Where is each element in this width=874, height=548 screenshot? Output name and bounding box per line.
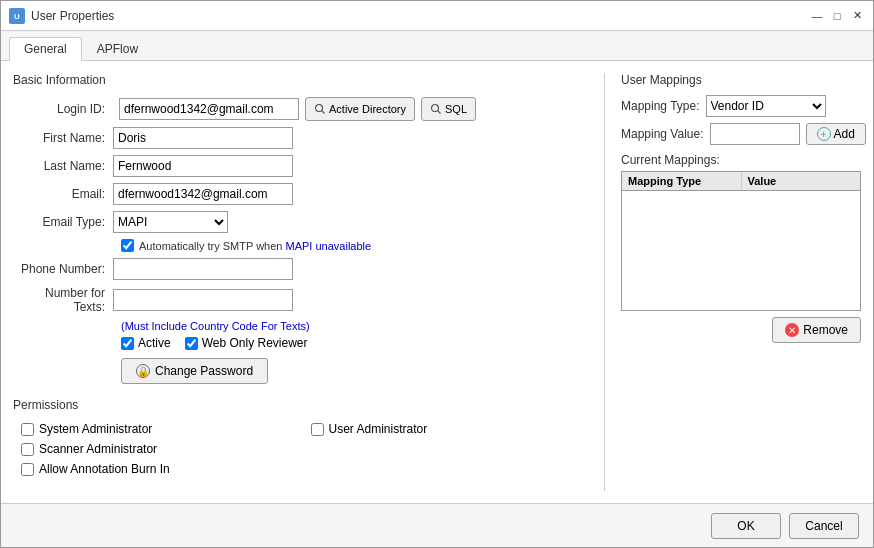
system-admin-checkbox[interactable] — [21, 423, 34, 436]
remove-mapping-button[interactable]: ✕ Remove — [772, 317, 861, 343]
scanner-admin-checkbox[interactable] — [21, 443, 34, 456]
maximize-button[interactable]: □ — [829, 8, 845, 24]
smtp-label: Automatically try SMTP when MAPI unavail… — [139, 240, 371, 252]
add-label: Add — [834, 127, 855, 141]
email-type-label: Email Type: — [13, 215, 113, 229]
active-directory-button[interactable]: Active Directory — [305, 97, 415, 121]
svg-line-3 — [322, 111, 325, 114]
phone-input[interactable] — [113, 258, 293, 280]
svg-point-2 — [316, 105, 323, 112]
mapping-value-col-header: Value — [742, 172, 861, 190]
mapping-type-select[interactable]: Vendor ID Employee ID Custom — [706, 95, 826, 117]
texts-label: Number for Texts: — [13, 286, 113, 314]
minimize-button[interactable]: ― — [809, 8, 825, 24]
web-only-checkbox[interactable] — [185, 337, 198, 350]
svg-point-4 — [432, 105, 439, 112]
mappings-table-header: Mapping Type Value — [622, 172, 860, 191]
perm-scanner-admin: Scanner Administrator — [21, 442, 299, 456]
last-name-row: Last Name: — [13, 155, 588, 177]
sql-button[interactable]: SQL — [421, 97, 476, 121]
texts-row: Number for Texts: — [13, 286, 588, 314]
tab-apflow[interactable]: APFlow — [82, 37, 153, 60]
last-name-label: Last Name: — [13, 159, 113, 173]
permissions-grid: System Administrator User Administrator … — [21, 422, 588, 476]
user-admin-checkbox[interactable] — [311, 423, 324, 436]
mapping-value-input[interactable] — [710, 123, 800, 145]
svg-text:U: U — [14, 12, 20, 21]
search-icon — [314, 103, 326, 115]
login-id-row: Login ID: Active Directory SQL — [13, 97, 588, 121]
first-name-label: First Name: — [13, 131, 113, 145]
phone-label: Phone Number: — [13, 262, 113, 276]
window-controls: ― □ ✕ — [809, 8, 865, 24]
mapping-type-label: Mapping Type: — [621, 99, 700, 113]
sql-label: SQL — [445, 103, 467, 115]
title-bar-left: U User Properties — [9, 8, 114, 24]
change-password-label: Change Password — [155, 364, 253, 378]
content-area: Basic Information Login ID: Active Direc… — [1, 61, 873, 503]
system-admin-label: System Administrator — [39, 422, 152, 436]
footer: OK Cancel — [1, 503, 873, 547]
perm-empty — [311, 442, 589, 456]
first-name-input[interactable] — [113, 127, 293, 149]
email-type-row: Email Type: MAPI SMTP Exchange — [13, 211, 588, 233]
mapping-type-row: Mapping Type: Vendor ID Employee ID Cust… — [621, 95, 861, 117]
tab-bar: General APFlow — [1, 31, 873, 61]
permissions-title: Permissions — [13, 398, 588, 412]
login-id-input[interactable] — [119, 98, 299, 120]
user-properties-window: U User Properties ― □ ✕ General APFlow B… — [0, 0, 874, 548]
first-name-row: First Name: — [13, 127, 588, 149]
mapping-value-row: Mapping Value: + Add — [621, 123, 861, 145]
active-label: Active — [121, 336, 171, 350]
email-label: Email: — [13, 187, 113, 201]
perm-annotation-burn: Allow Annotation Burn In — [21, 462, 299, 476]
mappings-table: Mapping Type Value — [621, 171, 861, 311]
current-mappings-label: Current Mappings: — [621, 153, 861, 167]
email-input[interactable] — [113, 183, 293, 205]
email-type-select[interactable]: MAPI SMTP Exchange — [113, 211, 228, 233]
right-panel: User Mappings Mapping Type: Vendor ID Em… — [621, 73, 861, 491]
user-mappings-title: User Mappings — [621, 73, 861, 87]
close-button[interactable]: ✕ — [849, 8, 865, 24]
remove-label: Remove — [803, 323, 848, 337]
window-title: User Properties — [31, 9, 114, 23]
permissions-section: Permissions System Administrator User Ad… — [13, 398, 588, 476]
mapping-value-label: Mapping Value: — [621, 127, 704, 141]
active-row: Active Web Only Reviewer — [121, 336, 588, 350]
annotation-burn-label: Allow Annotation Burn In — [39, 462, 170, 476]
search-icon-sql — [430, 103, 442, 115]
change-password-button[interactable]: 🔒 Change Password — [121, 358, 268, 384]
annotation-burn-checkbox[interactable] — [21, 463, 34, 476]
left-panel: Basic Information Login ID: Active Direc… — [13, 73, 588, 491]
ok-button[interactable]: OK — [711, 513, 781, 539]
tab-general[interactable]: General — [9, 37, 82, 61]
panel-divider — [604, 73, 605, 491]
scanner-admin-label: Scanner Administrator — [39, 442, 157, 456]
web-only-label: Web Only Reviewer — [185, 336, 308, 350]
perm-user-admin: User Administrator — [311, 422, 589, 436]
last-name-input[interactable] — [113, 155, 293, 177]
active-checkbox[interactable] — [121, 337, 134, 350]
cancel-button[interactable]: Cancel — [789, 513, 859, 539]
title-bar: U User Properties ― □ ✕ — [1, 1, 873, 31]
country-code-note: (Must Include Country Code For Texts) — [121, 320, 588, 332]
perm-system-admin: System Administrator — [21, 422, 299, 436]
add-mapping-button[interactable]: + Add — [806, 123, 866, 145]
svg-line-5 — [438, 111, 441, 114]
window-icon: U — [9, 8, 25, 24]
remove-icon: ✕ — [785, 323, 799, 337]
phone-row: Phone Number: — [13, 258, 588, 280]
email-row: Email: — [13, 183, 588, 205]
smtp-row: Automatically try SMTP when MAPI unavail… — [121, 239, 588, 252]
login-id-label: Login ID: — [13, 102, 113, 116]
smtp-checkbox[interactable] — [121, 239, 134, 252]
lock-icon: 🔒 — [136, 364, 150, 378]
add-icon: + — [817, 127, 831, 141]
active-directory-label: Active Directory — [329, 103, 406, 115]
basic-info-title: Basic Information — [13, 73, 588, 87]
user-admin-label: User Administrator — [329, 422, 428, 436]
texts-input[interactable] — [113, 289, 293, 311]
mapping-type-col-header: Mapping Type — [622, 172, 742, 190]
